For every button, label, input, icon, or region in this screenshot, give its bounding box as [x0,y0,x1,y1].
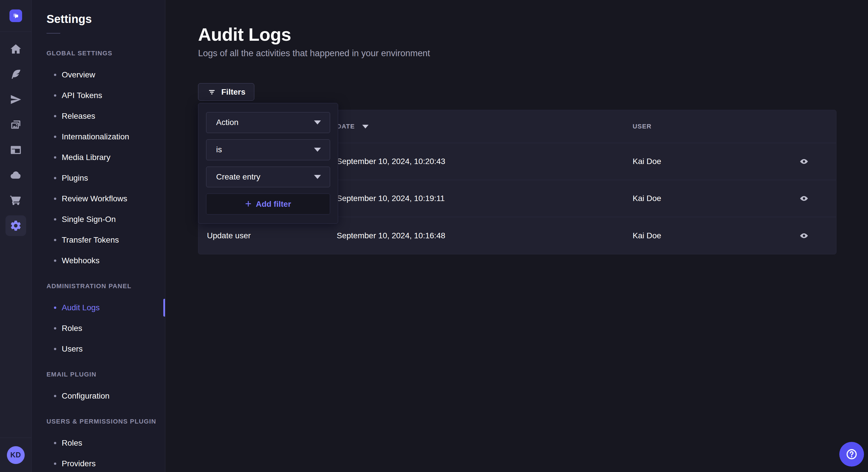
bullet-icon [54,463,56,465]
cell-date: September 10, 2024, 10:16:48 [337,231,445,240]
chevron-down-icon [314,148,321,152]
nav-content-manager-button[interactable] [0,137,32,163]
user-avatar[interactable]: KD [7,446,25,464]
bullet-icon [54,348,56,350]
section-label: GLOBAL SETTINGS [46,49,165,57]
bullet-icon [54,239,56,241]
sidebar-item-internationalization[interactable]: Internationalization [32,127,165,147]
sidebar-item-transfer-tokens[interactable]: Transfer Tokens [32,230,165,250]
bullet-icon [54,218,56,221]
strapi-logo[interactable] [9,9,22,22]
sidebar-item-plugins[interactable]: Plugins [32,168,165,189]
bullet-icon [54,198,56,200]
nav-media-library-button[interactable] [0,112,32,137]
view-details-button[interactable] [797,155,811,168]
filters-button-label: Filters [221,88,245,97]
sidebar-item-label: Webhooks [62,256,100,265]
sidebar-item-webhooks[interactable]: Webhooks [32,250,165,271]
sidebar-item-media-library[interactable]: Media Library [32,147,165,168]
filter-operator-select[interactable]: is [206,139,330,160]
sidebar-item-label: Plugins [62,173,88,183]
help-button[interactable] [839,442,864,467]
paper-plane-icon [10,94,22,105]
strapi-logo-icon [12,12,20,20]
section-label: ADMINISTRATION PANEL [46,282,165,290]
plus-icon: + [245,198,251,209]
sidebar-item-label: Roles [62,438,82,448]
cell-user: Kai Doe [632,231,661,240]
column-header-user: USER [632,123,652,130]
sidebar-item-label: Single Sign-On [62,215,116,224]
filter-value-select[interactable]: Create entry [206,167,330,188]
bullet-icon [54,307,56,309]
nav-cloud-button[interactable] [0,163,32,188]
main-nav-rail: KD [0,0,32,472]
bullet-icon [54,136,56,138]
chevron-down-icon [314,175,321,179]
sidebar-item-admin-users[interactable]: Users [32,339,165,359]
sidebar-item-email-configuration[interactable]: Configuration [32,386,165,406]
sidebar-item-label: Roles [62,324,82,333]
add-filter-label: Add filter [256,200,291,209]
nav-content-type-builder-button[interactable] [0,62,32,87]
sidebar-item-label: Users [62,344,83,353]
view-details-button[interactable] [797,192,811,205]
sidebar-item-releases[interactable]: Releases [32,106,165,127]
section-global-settings: GLOBAL SETTINGS Overview API Tokens Rele… [32,49,165,271]
sidebar-item-label: Providers [62,459,96,468]
sidebar-item-audit-logs[interactable]: Audit Logs [32,297,165,318]
filter-icon [207,87,217,97]
nav-settings-button[interactable] [0,213,32,238]
sidebar-item-up-roles[interactable]: Roles [32,433,165,453]
cell-action: Update user [207,231,251,240]
bullet-icon [54,327,56,330]
sidebar-item-label: Review Workflows [62,194,127,203]
section-email-plugin: EMAIL PLUGIN Configuration [32,371,165,406]
rail-footer: KD [0,438,31,472]
filter-value: Create entry [216,172,260,181]
sidebar-item-overview[interactable]: Overview [32,65,165,85]
sidebar-item-single-sign-on[interactable]: Single Sign-On [32,209,165,230]
sidebar-item-label: Overview [62,70,95,79]
feather-pen-icon [10,68,22,80]
eye-icon [798,194,810,203]
sidebar-title: Settings [46,12,165,26]
sidebar-title-divider [46,33,60,34]
filter-operator-value: is [216,145,222,154]
add-filter-button[interactable]: + Add filter [206,194,330,214]
layout-panel-icon [10,144,22,156]
bullet-icon [54,156,56,159]
logo-area [0,0,31,32]
settings-active-highlight [5,215,26,236]
active-item-indicator [163,299,165,316]
nav-marketplace-button[interactable] [0,188,32,213]
nav-home-button[interactable] [0,36,32,62]
cell-user: Kai Doe [632,157,661,166]
sidebar-item-up-providers[interactable]: Providers [32,453,165,472]
bullet-icon [54,442,56,444]
date-header-label: DATE [337,123,355,130]
sidebar-item-label: Internationalization [62,132,129,141]
view-details-button[interactable] [797,229,811,242]
settings-sidebar: Settings GLOBAL SETTINGS Overview API To… [32,0,165,472]
filters-button[interactable]: Filters [198,83,254,101]
section-users-permissions-plugin: USERS & PERMISSIONS PLUGIN Roles Provide… [32,418,165,472]
sidebar-item-review-workflows[interactable]: Review Workflows [32,189,165,209]
bullet-icon [54,115,56,117]
cell-user: Kai Doe [632,194,661,203]
sidebar-item-label: Media Library [62,153,111,162]
home-icon [10,43,22,55]
page-subtitle: Logs of all the activities that happened… [198,48,868,59]
filters-popover: Action is Create entry + Add filter [198,103,338,224]
filter-field-select[interactable]: Action [206,112,330,133]
column-header-date[interactable]: DATE [337,123,369,130]
eye-icon [798,231,810,240]
nav-deploy-button[interactable] [0,87,32,112]
cell-date: September 10, 2024, 10:20:43 [337,157,445,166]
bullet-icon [54,260,56,262]
cloud-icon [10,169,22,181]
bullet-icon [54,395,56,397]
main-content: Audit Logs Logs of all the activities th… [165,0,868,472]
sidebar-item-admin-roles[interactable]: Roles [32,318,165,339]
sidebar-item-api-tokens[interactable]: API Tokens [32,85,165,106]
